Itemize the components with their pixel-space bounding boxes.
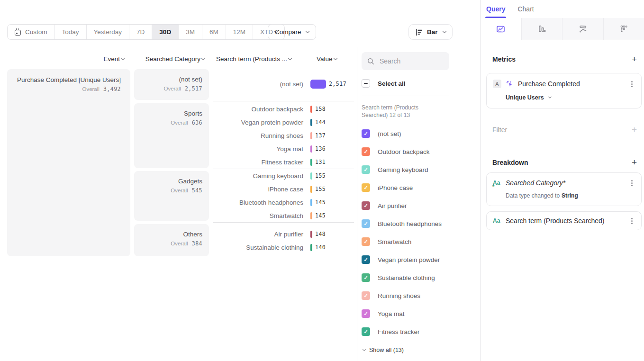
category-cell[interactable]: GadgetsOverall545 (134, 171, 209, 221)
value-bar (310, 132, 312, 139)
table-row[interactable]: Running shoes137 (213, 129, 354, 142)
tab-insights[interactable] (481, 18, 521, 40)
legend-item[interactable]: ✓Running shoes (362, 287, 480, 305)
tab-funnels[interactable] (521, 18, 562, 40)
add-metric-button[interactable]: + (632, 54, 637, 63)
breakdown-title: Breakdown (492, 159, 528, 166)
date-range-yesterday[interactable]: Yesterday (86, 25, 129, 39)
column-header-search-term[interactable]: Search term (Products ... (216, 55, 291, 63)
overall-value: 545 (192, 187, 202, 194)
date-range-label: 12M (233, 28, 245, 36)
legend-item[interactable]: ✓Yoga mat (362, 305, 480, 323)
search-term-label: Yoga mat (213, 145, 303, 153)
category-cell[interactable]: OthersOverall384 (134, 224, 209, 256)
table-row[interactable]: Vegan protein powder144 (213, 116, 354, 129)
table-row[interactable]: Yoga mat136 (213, 142, 354, 155)
overall-value: 636 (192, 119, 202, 126)
breakdown-name: Searched Category* (506, 179, 628, 187)
search-term-label: Smartwatch (213, 212, 303, 219)
check-icon: ✓ (363, 329, 368, 335)
show-all-button[interactable]: Show all (13) (362, 343, 480, 357)
legend-item[interactable]: ✓Outdoor backpack (362, 143, 480, 161)
add-breakdown-button[interactable]: + (632, 158, 637, 167)
legend-checkbox[interactable]: ✓ (362, 183, 370, 192)
value-label: 137 (315, 132, 326, 139)
legend-item[interactable]: ✓Fitness tracker (362, 323, 480, 341)
table-row[interactable]: Gaming keyboard155 (213, 169, 354, 182)
date-range-custom[interactable]: Custom (8, 25, 54, 39)
tab-flows[interactable] (562, 18, 603, 40)
date-range-label: Today (62, 28, 79, 36)
date-range-3m[interactable]: 3M (178, 25, 202, 39)
compare-button[interactable]: Compare (268, 24, 316, 40)
legend-item[interactable]: ✓Smartwatch (362, 233, 480, 251)
legend-checkbox[interactable]: ✓ (362, 165, 370, 174)
legend-item[interactable]: ✓Vegan protein powder (362, 251, 480, 269)
category-cell[interactable]: (not set)Overall2,517 (134, 69, 209, 100)
legend-checkbox[interactable]: ✓ (362, 219, 370, 228)
search-input[interactable] (379, 57, 445, 65)
date-range-6m[interactable]: 6M (202, 25, 226, 39)
event-cell[interactable]: Purchase Completed [Unique Users] Overal… (7, 69, 130, 256)
column-header-event-label: Event (103, 55, 120, 63)
category-overall: Overall636 (134, 119, 202, 126)
legend-checkbox[interactable]: ✓ (362, 273, 370, 282)
date-range-30d[interactable]: 30D (152, 25, 178, 39)
legend-search[interactable] (362, 52, 449, 70)
tab-query[interactable]: Query (486, 0, 505, 18)
select-all-label: Select all (378, 80, 406, 87)
date-range-today[interactable]: Today (54, 25, 86, 39)
legend-item[interactable]: ✓Gaming keyboard (362, 161, 480, 179)
legend-checkbox[interactable]: ✓ (362, 327, 370, 336)
chevron-down-icon (305, 29, 309, 33)
tab-retention[interactable] (603, 18, 644, 40)
legend-checkbox[interactable]: ✓ (362, 129, 370, 138)
row-group: Outdoor backpack158Vegan protein powder1… (213, 101, 354, 169)
date-range-7d[interactable]: 7D (129, 25, 152, 39)
add-filter-button[interactable]: + (632, 125, 637, 134)
metric-card[interactable]: A Purchase Completed Unique Users (486, 73, 642, 108)
select-all-row[interactable]: Select all (362, 79, 480, 88)
legend-item[interactable]: ✓Air purifier (362, 197, 480, 215)
value-label: 144 (315, 119, 326, 126)
legend-item[interactable]: ✓(not set) (362, 125, 480, 143)
breakdown-card[interactable]: AaSearch term (Products Searched) (486, 211, 642, 230)
table-row[interactable]: Outdoor backpack158 (213, 102, 354, 116)
value-label: 145 (315, 199, 326, 206)
legend-checkbox[interactable]: ✓ (362, 309, 370, 318)
chart-type-button[interactable]: Bar (408, 24, 453, 40)
legend-checkbox[interactable]: ✓ (362, 237, 370, 246)
breakdown-menu-button[interactable] (628, 220, 635, 222)
table-row[interactable]: Smartwatch145 (213, 209, 354, 222)
calendar-icon (15, 30, 21, 36)
indeterminate-checkbox[interactable] (362, 79, 370, 88)
value-bar (310, 212, 312, 219)
metric-menu-button[interactable] (628, 83, 635, 85)
legend-item[interactable]: ✓iPhone case (362, 179, 480, 197)
date-range-label: 30D (159, 28, 171, 36)
column-header-searched-category[interactable]: Searched Category (133, 55, 205, 63)
legend-checkbox[interactable]: ✓ (362, 201, 370, 210)
tab-chart[interactable]: Chart (517, 0, 534, 18)
breakdown-card[interactable]: AaSearched Category*Data type changed to… (486, 172, 642, 206)
table-row[interactable]: (not set)2,517 (213, 77, 354, 90)
legend-checkbox[interactable]: ✓ (362, 255, 370, 264)
legend-item[interactable]: ✓Bluetooth headphones (362, 215, 480, 233)
category-cell[interactable]: SportsOverall636 (134, 103, 209, 168)
legend-checkbox[interactable]: ✓ (362, 147, 370, 156)
table-row[interactable]: Bluetooth headphones145 (213, 196, 354, 209)
table-row[interactable]: Sustainable clothing140 (213, 241, 354, 254)
table-row[interactable]: Air purifier148 (213, 227, 354, 241)
legend-checkbox[interactable]: ✓ (362, 291, 370, 300)
breakdown-menu-button[interactable] (628, 182, 635, 184)
column-header-value[interactable]: Value (317, 55, 337, 63)
chevron-down-icon (548, 95, 552, 99)
table-row[interactable]: iPhone case155 (213, 182, 354, 196)
column-header-event[interactable]: Event (57, 55, 124, 63)
value-bar (310, 145, 312, 153)
breakdown-cards: AaSearched Category*Data type changed to… (486, 172, 642, 230)
date-range-12m[interactable]: 12M (226, 25, 253, 39)
measure-selector[interactable]: Unique Users (506, 94, 635, 101)
legend-item[interactable]: ✓Sustainable clothing (362, 269, 480, 287)
table-row[interactable]: Fitness tracker131 (213, 155, 354, 169)
